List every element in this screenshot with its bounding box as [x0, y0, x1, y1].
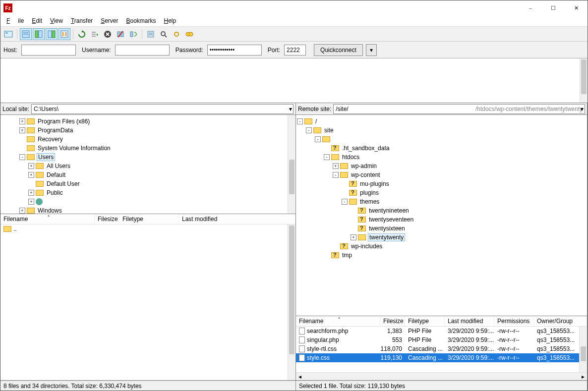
quickconnect-history-dropdown[interactable]: ▾ [366, 44, 377, 56]
menu-transfer[interactable]: Transfer [67, 16, 97, 25]
tree-item[interactable]: tmp [297, 251, 586, 260]
tree-expander[interactable]: + [28, 163, 34, 169]
tree-expander[interactable]: - [306, 127, 312, 133]
tree-item[interactable]: Recovery [1, 135, 294, 144]
menu-server[interactable]: Server [97, 16, 122, 25]
tree-item[interactable]: .ht_sandbox_data [297, 144, 586, 153]
local-list-scrollbar[interactable] [288, 224, 295, 380]
tree-item[interactable]: -htdocs [297, 153, 586, 162]
list-item[interactable]: style-rtl.css118,070Cascading ...3/29/20… [296, 344, 587, 353]
sync-browse-icon[interactable] [171, 28, 182, 40]
tree-item[interactable]: twentynineteen [297, 206, 586, 215]
remote-site-combo[interactable]: /site/ /htdocs/wp-content/themes/twentyt… [333, 104, 585, 114]
list-item[interactable]: .. [0, 224, 295, 233]
tree-expander[interactable]: - [297, 118, 303, 124]
local-site-combo[interactable]: C:\Users\ ▾ [31, 104, 294, 114]
password-input[interactable] [207, 45, 262, 56]
local-file-list[interactable]: ▴Filename Filesize Filetype Last modifie… [0, 214, 295, 381]
toggle-log-icon[interactable] [20, 28, 32, 40]
col-filetype[interactable]: Filetype [405, 316, 445, 326]
tree-expander[interactable]: + [351, 234, 356, 240]
tree-expander[interactable]: - [315, 136, 321, 142]
col-modified[interactable]: Last modified [445, 316, 494, 326]
tree-expander[interactable]: - [324, 154, 330, 160]
tree-item[interactable]: wp-includes [297, 242, 586, 251]
cancel-icon[interactable] [102, 28, 114, 40]
tree-expander[interactable]: - [333, 172, 339, 178]
local-tree-scrollbar[interactable] [288, 115, 295, 214]
tree-item[interactable]: plugins [297, 188, 586, 197]
maximize-button[interactable]: ☐ [542, 0, 565, 15]
col-filename[interactable]: ▴Filename [296, 316, 380, 326]
tree-item[interactable]: +Default [1, 170, 294, 179]
col-filename[interactable]: ▴Filename [0, 214, 95, 224]
filter-icon[interactable] [145, 28, 157, 40]
log-scrollbar[interactable] [580, 58, 588, 103]
list-item[interactable]: searchform.php1,383PHP File3/29/2020 9:5… [296, 327, 587, 335]
site-manager-icon[interactable] [2, 28, 14, 40]
tree-item[interactable]: +wp-admin [297, 162, 586, 170]
col-modified[interactable]: Last modified [179, 214, 295, 224]
tree-expander[interactable]: - [19, 154, 25, 160]
refresh-icon[interactable] [76, 28, 88, 40]
tree-item[interactable]: +twentytwenty [297, 233, 586, 242]
toggle-queue-icon[interactable] [59, 28, 70, 40]
tree-item[interactable]: -Users [1, 153, 294, 162]
tree-expander[interactable]: - [342, 199, 348, 205]
col-owner[interactable]: Owner/Group [534, 316, 587, 326]
tree-item[interactable]: -site [297, 126, 586, 135]
tree-item[interactable]: -wp-content [297, 170, 586, 179]
close-button[interactable]: ✕ [565, 0, 588, 15]
compare-icon[interactable] [183, 28, 195, 40]
list-item[interactable]: singular.php553PHP File3/29/2020 9:59:..… [296, 335, 587, 344]
tree-expander[interactable]: + [19, 208, 25, 214]
minimize-button[interactable]: – [519, 0, 542, 15]
remote-directory-tree[interactable]: -/-site-.ht_sandbox_data-htdocs+wp-admin… [296, 115, 587, 316]
reconnect-icon[interactable] [127, 28, 139, 40]
remote-file-list[interactable]: ▴Filename Filesize Filetype Last modifie… [296, 316, 587, 381]
menu-view[interactable]: View [46, 16, 67, 25]
tree-item[interactable]: +Program Files (x86) [1, 117, 294, 126]
username-input[interactable] [115, 45, 170, 56]
message-log[interactable] [0, 58, 588, 103]
tree-item[interactable]: twentyseventeen [297, 215, 586, 224]
tree-item[interactable]: -themes [297, 197, 586, 206]
menu-file[interactable]: File [2, 16, 28, 25]
toggle-local-tree-icon[interactable] [33, 28, 45, 40]
tree-item[interactable]: +Public [1, 188, 294, 197]
tree-item[interactable]: mu-plugins [297, 179, 586, 188]
tree-expander[interactable]: + [28, 190, 34, 196]
local-directory-tree[interactable]: +Program Files (x86)+ProgramDataRecovery… [0, 115, 295, 214]
process-queue-icon[interactable] [89, 28, 101, 40]
toggle-remote-tree-icon[interactable] [46, 28, 58, 40]
tree-expander[interactable]: + [333, 163, 339, 169]
menu-bookmarks[interactable]: Bookmarks [122, 16, 160, 25]
tree-item[interactable]: -/ [297, 117, 586, 126]
disconnect-icon[interactable] [115, 28, 126, 40]
tree-item[interactable]: twentysixteen [297, 224, 586, 233]
host-input[interactable] [21, 45, 76, 56]
search-icon[interactable] [158, 28, 170, 40]
menu-edit[interactable]: Edit [28, 16, 46, 25]
tree-item[interactable]: + [1, 197, 294, 206]
tree-item[interactable]: System Volume Information [1, 144, 294, 153]
tree-item[interactable]: +ProgramData [1, 126, 294, 135]
tree-item[interactable]: Default User [1, 179, 294, 188]
tree-expander[interactable]: + [28, 172, 34, 178]
col-permissions[interactable]: Permissions [494, 316, 534, 326]
remote-list-scrollbar[interactable] [579, 327, 587, 372]
tree-expander[interactable]: + [19, 118, 25, 124]
tree-expander[interactable]: + [28, 199, 34, 205]
tree-item[interactable]: +Windows [1, 206, 294, 214]
remote-list-h-scrollbar[interactable]: ◂▸ [296, 372, 587, 380]
col-filesize[interactable]: Filesize [380, 316, 405, 326]
col-filesize[interactable]: Filesize [95, 214, 119, 224]
col-filetype[interactable]: Filetype [119, 214, 179, 224]
tree-item[interactable]: +All Users [1, 162, 294, 170]
tree-item[interactable]: - [297, 135, 586, 144]
list-item[interactable]: style.css119,130Cascading ...3/29/2020 9… [296, 353, 587, 362]
port-input[interactable] [284, 45, 306, 56]
quickconnect-button[interactable]: Quickconnect [314, 44, 363, 56]
menu-help[interactable]: Help [160, 16, 180, 25]
tree-expander[interactable]: + [19, 127, 25, 133]
